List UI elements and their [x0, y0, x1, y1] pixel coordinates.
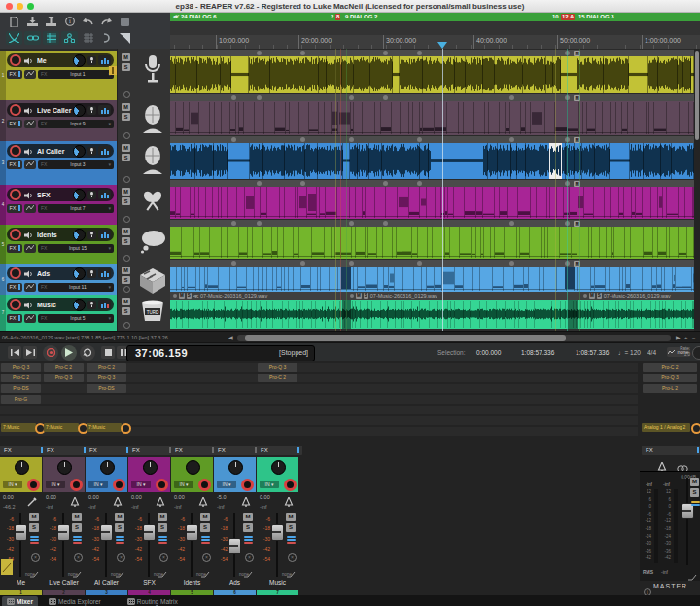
item-mute-button[interactable]: M [574, 221, 580, 227]
stereo-width-button[interactable] [73, 536, 82, 545]
record-arm-button[interactable] [10, 189, 21, 200]
input-monitor-dropdown[interactable]: IN ▾ [131, 481, 151, 488]
input-selector[interactable]: FXInput 9▾ [38, 120, 114, 128]
item-mute-flag[interactable]: M [589, 293, 595, 299]
track-name[interactable]: AI Caller [37, 148, 73, 155]
item-group-dot[interactable] [231, 137, 236, 142]
project-marker[interactable]: ≪ 24 DIALOG 6 [172, 14, 218, 20]
item-group-dot[interactable] [231, 95, 236, 100]
track-envelope-button[interactable] [24, 244, 36, 253]
item-mute-flag[interactable]: M [356, 293, 362, 299]
volume-fader[interactable] [100, 524, 113, 541]
media-items-sfx[interactable] [170, 186, 694, 219]
track-name[interactable]: Music [37, 302, 73, 308]
selection-end[interactable]: 1:08:57.336 [521, 349, 554, 356]
item-solo-flag[interactable]: S [597, 293, 602, 299]
item-group-dot[interactable] [300, 181, 305, 186]
automation-mode-label[interactable]: none [154, 572, 163, 577]
tub-icon[interactable]: TURD [137, 299, 167, 326]
meter-mode-button[interactable] [98, 146, 111, 157]
track-panel-idents[interactable]: 5IdentsFXFXInput 15▾ [0, 225, 117, 265]
selection-start[interactable]: 0:00.000 [476, 349, 501, 356]
mixer-mute-button[interactable]: M [243, 513, 253, 521]
track-solo-button[interactable]: S [122, 237, 130, 245]
phase-button[interactable]: × [74, 553, 83, 562]
gain-value[interactable]: 0.00 [46, 494, 56, 500]
track-name[interactable]: Idents [37, 232, 73, 238]
item-group-dot[interactable] [565, 95, 570, 100]
track-panel-sfx[interactable]: 4SFXFXFXInput 7▾ [0, 185, 117, 226]
record-arm-button[interactable] [113, 479, 125, 491]
go-to-start-button[interactable] [8, 346, 21, 359]
repeat-button[interactable] [80, 345, 95, 361]
item-mute-button[interactable]: M [574, 261, 580, 267]
scroll-left-button[interactable]: ◀ [228, 335, 233, 341]
track-fx-button[interactable]: FX [7, 204, 22, 213]
marker-bar[interactable]: ≪ 24 DIALOG 6289 DIALOG 21012 A15 DIALOG… [170, 13, 700, 21]
send-slot[interactable]: 7:Music [44, 423, 79, 432]
playrate-knob[interactable] [692, 346, 700, 360]
record-monitor-button[interactable] [88, 56, 96, 65]
automation-mode-dot[interactable] [123, 322, 130, 329]
fx-insert-slot[interactable]: Pro-C 2 [44, 363, 84, 372]
time-signature[interactable]: 4/4 [648, 349, 656, 356]
ripple-edit-button[interactable] [98, 31, 115, 45]
item-group-dot[interactable] [509, 95, 514, 100]
record-arm-button[interactable] [10, 54, 21, 66]
item-group-dot[interactable] [231, 221, 236, 226]
item-group-dot[interactable] [300, 51, 305, 55]
track-mute-button[interactable]: M [122, 53, 130, 61]
item-group-dot[interactable] [349, 137, 354, 142]
record-arm-button[interactable] [156, 479, 168, 491]
render-project-button[interactable] [43, 15, 59, 28]
automation-mode-label[interactable]: none [68, 572, 78, 577]
automation-mode-label[interactable]: none [111, 572, 121, 577]
track-name[interactable]: SFX [37, 192, 73, 198]
project-marker[interactable]: 10 [551, 14, 560, 20]
vertical-scrollbar[interactable] [694, 49, 700, 331]
input-monitor-dropdown[interactable]: IN ▾ [217, 481, 236, 488]
item-group-dot[interactable] [257, 181, 262, 186]
automation-mode-label[interactable]: none [25, 572, 35, 577]
mixer-solo-button[interactable]: S [243, 523, 253, 532]
channel-name[interactable]: Ads [214, 579, 256, 586]
master-fx-slot[interactable]: Pro-Q 3 [643, 374, 697, 382]
stereo-width-button[interactable] [116, 536, 124, 545]
item-lock-dot[interactable] [173, 294, 177, 298]
automation-mode-dot[interactable] [123, 216, 130, 223]
record-arm-button[interactable] [198, 479, 211, 491]
mixer-fx-button[interactable]: FX [257, 446, 302, 455]
media-item-header[interactable]: MS≪ 07-Music-260316_0129.wav [173, 293, 267, 299]
record-arm-button[interactable] [284, 479, 297, 491]
input-selector[interactable]: FXInput 7▾ [38, 204, 114, 213]
channel-name[interactable]: Me [0, 579, 42, 586]
gain-value[interactable]: 0.00 [88, 494, 99, 500]
gain-value[interactable]: 0.00 [3, 494, 14, 500]
mixer-solo-button[interactable]: S [286, 523, 296, 532]
tempo-display[interactable]: ♩= 120 [618, 349, 641, 356]
play-button[interactable] [61, 345, 77, 361]
item-group-dot[interactable] [565, 137, 570, 142]
track-envelope-button[interactable] [24, 204, 36, 213]
master-output-knob[interactable] [691, 423, 700, 434]
person-icon[interactable] [137, 104, 167, 137]
fx-insert-slot[interactable]: Pro-C 2 [87, 363, 126, 372]
automation-mode-label[interactable]: none [239, 572, 249, 577]
media-items-live-caller[interactable] [170, 101, 694, 135]
channel-name[interactable]: SFX [128, 579, 170, 586]
tab-routing-matrix[interactable]: Routing Matrix [122, 596, 183, 606]
stereo-width-button[interactable] [287, 536, 296, 545]
fx-insert-slot[interactable]: Pro-C 2 [1, 374, 41, 382]
item-group-dot[interactable] [417, 261, 422, 266]
track-panel-ai-caller[interactable]: 3AI CallerFXFXInput 3▾ [0, 141, 117, 186]
phase-button[interactable]: × [288, 553, 297, 562]
media-item-header[interactable]: MS07-Music-260316_0129.wav [350, 293, 438, 299]
microphone-icon[interactable] [137, 54, 167, 88]
meter-mode-button[interactable] [98, 300, 111, 310]
volume-fader[interactable] [57, 524, 70, 541]
vertical-scrollbar-handle[interactable] [695, 51, 699, 140]
mixer-solo-button[interactable]: S [72, 523, 82, 532]
record-monitor-button[interactable] [88, 269, 96, 278]
item-group-dot[interactable] [231, 261, 236, 266]
person-icon[interactable] [137, 145, 167, 178]
